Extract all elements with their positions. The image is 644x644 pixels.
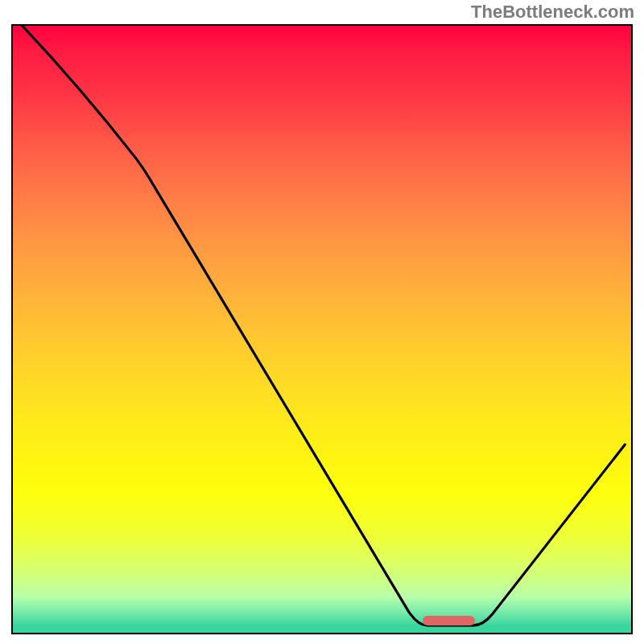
optimal-marker (423, 616, 475, 625)
chart-canvas: TheBottleneck.com (0, 0, 644, 644)
attribution-label: TheBottleneck.com (471, 2, 634, 23)
curve-layer (13, 26, 631, 633)
bottleneck-curve (23, 26, 625, 625)
plot-area (11, 24, 633, 634)
